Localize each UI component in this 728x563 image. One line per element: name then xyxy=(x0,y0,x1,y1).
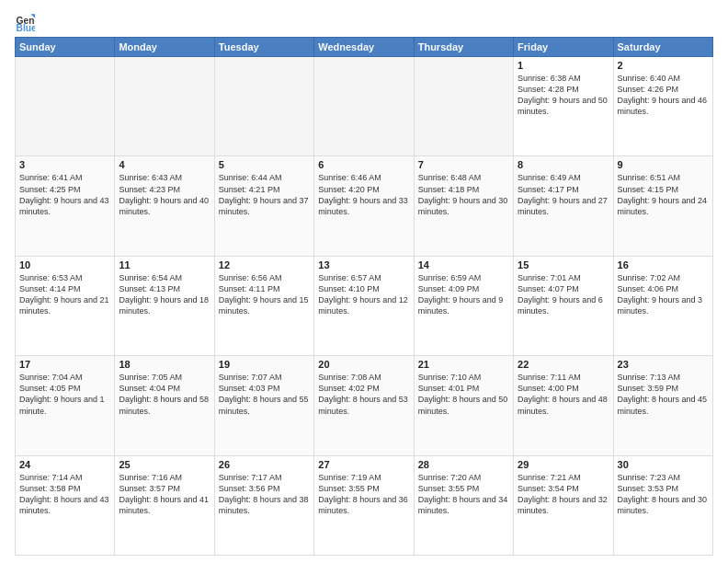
day-info: Sunrise: 6:51 AM Sunset: 4:15 PM Dayligh… xyxy=(618,172,709,217)
column-header-sunday: Sunday xyxy=(16,38,115,57)
column-header-tuesday: Tuesday xyxy=(214,38,313,57)
calendar-cell xyxy=(16,57,115,156)
calendar-cell: 15Sunrise: 7:01 AM Sunset: 4:07 PM Dayli… xyxy=(514,256,613,355)
column-header-wednesday: Wednesday xyxy=(314,38,414,57)
day-number: 1 xyxy=(518,60,609,71)
calendar-cell: 25Sunrise: 7:16 AM Sunset: 3:57 PM Dayli… xyxy=(115,455,214,555)
day-info: Sunrise: 7:11 AM Sunset: 4:00 PM Dayligh… xyxy=(518,372,609,417)
day-number: 26 xyxy=(219,459,310,470)
calendar-cell: 30Sunrise: 7:23 AM Sunset: 3:53 PM Dayli… xyxy=(613,455,712,555)
day-info: Sunrise: 6:54 AM Sunset: 4:13 PM Dayligh… xyxy=(119,272,210,317)
day-info: Sunrise: 7:05 AM Sunset: 4:04 PM Dayligh… xyxy=(119,372,210,417)
page: General Blue SundayMondayTuesdayWednesda… xyxy=(0,0,728,563)
calendar-cell: 19Sunrise: 7:07 AM Sunset: 4:03 PM Dayli… xyxy=(214,356,313,455)
day-info: Sunrise: 6:48 AM Sunset: 4:18 PM Dayligh… xyxy=(418,172,509,217)
calendar-cell: 24Sunrise: 7:14 AM Sunset: 3:58 PM Dayli… xyxy=(16,455,115,555)
day-number: 2 xyxy=(618,60,709,71)
day-number: 18 xyxy=(119,359,210,370)
day-info: Sunrise: 6:38 AM Sunset: 4:28 PM Dayligh… xyxy=(518,73,609,118)
day-number: 7 xyxy=(418,159,509,170)
calendar-cell: 13Sunrise: 6:57 AM Sunset: 4:10 PM Dayli… xyxy=(314,256,414,355)
calendar-cell: 7Sunrise: 6:48 AM Sunset: 4:18 PM Daylig… xyxy=(414,156,513,256)
calendar-cell: 27Sunrise: 7:19 AM Sunset: 3:55 PM Dayli… xyxy=(314,455,414,555)
day-number: 14 xyxy=(418,259,509,270)
day-number: 27 xyxy=(318,459,409,470)
calendar-cell xyxy=(115,57,214,156)
day-number: 15 xyxy=(518,259,609,270)
calendar-cell: 10Sunrise: 6:53 AM Sunset: 4:14 PM Dayli… xyxy=(16,256,115,355)
day-number: 3 xyxy=(19,159,110,170)
calendar-cell: 18Sunrise: 7:05 AM Sunset: 4:04 PM Dayli… xyxy=(115,356,214,455)
day-info: Sunrise: 7:21 AM Sunset: 3:54 PM Dayligh… xyxy=(518,472,609,517)
day-number: 23 xyxy=(618,359,709,370)
calendar-cell: 29Sunrise: 7:21 AM Sunset: 3:54 PM Dayli… xyxy=(514,455,613,555)
day-number: 30 xyxy=(618,459,709,470)
calendar-cell: 5Sunrise: 6:44 AM Sunset: 4:21 PM Daylig… xyxy=(214,156,313,256)
day-number: 6 xyxy=(318,159,409,170)
day-number: 12 xyxy=(219,259,310,270)
day-number: 21 xyxy=(418,359,509,370)
calendar-cell: 20Sunrise: 7:08 AM Sunset: 4:02 PM Dayli… xyxy=(314,356,414,455)
calendar-week-3: 17Sunrise: 7:04 AM Sunset: 4:05 PM Dayli… xyxy=(16,356,713,455)
column-header-saturday: Saturday xyxy=(613,38,712,57)
calendar-cell: 2Sunrise: 6:40 AM Sunset: 4:26 PM Daylig… xyxy=(613,57,712,156)
calendar-cell: 9Sunrise: 6:51 AM Sunset: 4:15 PM Daylig… xyxy=(613,156,712,256)
calendar-week-1: 3Sunrise: 6:41 AM Sunset: 4:25 PM Daylig… xyxy=(16,156,713,256)
calendar-cell: 8Sunrise: 6:49 AM Sunset: 4:17 PM Daylig… xyxy=(514,156,613,256)
day-number: 4 xyxy=(119,159,210,170)
day-info: Sunrise: 7:08 AM Sunset: 4:02 PM Dayligh… xyxy=(318,372,409,417)
day-info: Sunrise: 7:13 AM Sunset: 3:59 PM Dayligh… xyxy=(618,372,709,417)
day-info: Sunrise: 6:44 AM Sunset: 4:21 PM Dayligh… xyxy=(219,172,310,217)
day-number: 11 xyxy=(119,259,210,270)
calendar-cell: 26Sunrise: 7:17 AM Sunset: 3:56 PM Dayli… xyxy=(214,455,313,555)
day-info: Sunrise: 7:17 AM Sunset: 3:56 PM Dayligh… xyxy=(219,472,310,517)
calendar-week-4: 24Sunrise: 7:14 AM Sunset: 3:58 PM Dayli… xyxy=(16,455,713,555)
day-number: 5 xyxy=(219,159,310,170)
calendar-week-0: 1Sunrise: 6:38 AM Sunset: 4:28 PM Daylig… xyxy=(16,57,713,156)
calendar-cell: 21Sunrise: 7:10 AM Sunset: 4:01 PM Dayli… xyxy=(414,356,513,455)
calendar-cell xyxy=(314,57,414,156)
calendar-body: 1Sunrise: 6:38 AM Sunset: 4:28 PM Daylig… xyxy=(16,57,713,556)
calendar-cell: 4Sunrise: 6:43 AM Sunset: 4:23 PM Daylig… xyxy=(115,156,214,256)
calendar-cell: 28Sunrise: 7:20 AM Sunset: 3:55 PM Dayli… xyxy=(414,455,513,555)
day-number: 29 xyxy=(518,459,609,470)
day-number: 25 xyxy=(119,459,210,470)
day-info: Sunrise: 7:02 AM Sunset: 4:06 PM Dayligh… xyxy=(618,272,709,317)
day-info: Sunrise: 6:40 AM Sunset: 4:26 PM Dayligh… xyxy=(618,73,709,118)
day-number: 16 xyxy=(618,259,709,270)
calendar-cell: 17Sunrise: 7:04 AM Sunset: 4:05 PM Dayli… xyxy=(16,356,115,455)
day-number: 17 xyxy=(19,359,110,370)
calendar-cell: 1Sunrise: 6:38 AM Sunset: 4:28 PM Daylig… xyxy=(514,57,613,156)
calendar-cell: 6Sunrise: 6:46 AM Sunset: 4:20 PM Daylig… xyxy=(314,156,414,256)
day-info: Sunrise: 7:23 AM Sunset: 3:53 PM Dayligh… xyxy=(618,472,709,517)
day-info: Sunrise: 6:49 AM Sunset: 4:17 PM Dayligh… xyxy=(518,172,609,217)
svg-text:Blue: Blue xyxy=(17,23,35,31)
day-number: 8 xyxy=(518,159,609,170)
day-number: 28 xyxy=(418,459,509,470)
day-number: 22 xyxy=(518,359,609,370)
logo: General Blue xyxy=(15,11,35,31)
calendar-cell xyxy=(414,57,513,156)
calendar-cell xyxy=(214,57,313,156)
calendar-header-row: SundayMondayTuesdayWednesdayThursdayFrid… xyxy=(16,38,713,57)
day-info: Sunrise: 6:46 AM Sunset: 4:20 PM Dayligh… xyxy=(318,172,409,217)
day-info: Sunrise: 7:10 AM Sunset: 4:01 PM Dayligh… xyxy=(418,372,509,417)
day-info: Sunrise: 6:57 AM Sunset: 4:10 PM Dayligh… xyxy=(318,272,409,317)
calendar-week-2: 10Sunrise: 6:53 AM Sunset: 4:14 PM Dayli… xyxy=(16,256,713,355)
logo-icon: General Blue xyxy=(15,11,35,31)
day-info: Sunrise: 7:07 AM Sunset: 4:03 PM Dayligh… xyxy=(219,372,310,417)
day-number: 20 xyxy=(318,359,409,370)
day-info: Sunrise: 6:59 AM Sunset: 4:09 PM Dayligh… xyxy=(418,272,509,317)
day-info: Sunrise: 7:14 AM Sunset: 3:58 PM Dayligh… xyxy=(19,472,110,517)
header: General Blue xyxy=(15,11,713,31)
day-info: Sunrise: 7:04 AM Sunset: 4:05 PM Dayligh… xyxy=(19,372,110,417)
column-header-friday: Friday xyxy=(514,38,613,57)
day-number: 10 xyxy=(19,259,110,270)
column-header-thursday: Thursday xyxy=(414,38,513,57)
day-info: Sunrise: 7:01 AM Sunset: 4:07 PM Dayligh… xyxy=(518,272,609,317)
calendar-table: SundayMondayTuesdayWednesdayThursdayFrid… xyxy=(15,37,713,556)
day-info: Sunrise: 7:19 AM Sunset: 3:55 PM Dayligh… xyxy=(318,472,409,517)
day-number: 9 xyxy=(618,159,709,170)
day-info: Sunrise: 6:43 AM Sunset: 4:23 PM Dayligh… xyxy=(119,172,210,217)
calendar-cell: 22Sunrise: 7:11 AM Sunset: 4:00 PM Dayli… xyxy=(514,356,613,455)
